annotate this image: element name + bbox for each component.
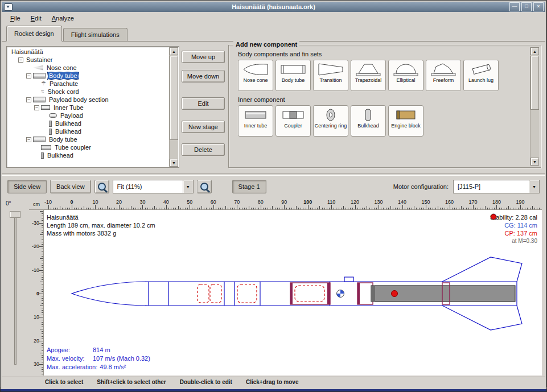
palette-item-label: Coupler [284,123,302,129]
nosecone-icon [242,62,269,77]
palette-row: Inner tubeCouplerCentering ringBulkheadE… [238,105,541,137]
palette-centering-ring[interactable]: Centering ring [313,105,348,137]
help-shift-click-to-select-other: Shift+click to select other [97,379,166,385]
action-buttons: Move upMove downEditNew stageDelete [182,42,225,156]
palette-coupler[interactable]: Coupler [275,105,311,137]
magnifier-icon [200,183,208,191]
palette-launch-lug[interactable]: Launch lug [463,60,499,91]
tree-scrollbar[interactable]: ▲ ▼ [169,47,178,167]
rocket-canvas[interactable]: Haisunäätä Length 189 cm, max. diameter … [44,210,542,376]
motor-configuration-value: [J115-P] [454,180,529,193]
stage-1-toggle[interactable]: Stage 1 [232,180,266,193]
stability-readout: Stability: 2.28 cal CG: 114 cm CP: 137 c… [490,213,537,245]
tab-rocket-design[interactable]: Rocket design [6,26,62,42]
menu-analyze[interactable]: Analyze [47,14,79,23]
scroll-thumb[interactable] [170,56,178,140]
tree-item-label: Payload [59,112,84,119]
payload-icon [49,113,57,118]
tab-flight-simulations[interactable]: Flight simulations [63,28,128,41]
tree-item-label: Nose cone [46,64,78,71]
palette-item-label: Nose cone [243,77,268,83]
tree-item-bulkhead[interactable]: Bulkhead [8,151,169,159]
ruler-label: 170 [466,199,480,205]
chevron-down-icon[interactable]: ▼ [183,180,193,193]
tree-item-payload-body-section[interactable]: −Payload body section [8,96,169,104]
coupler-icon [41,145,51,150]
palette-trapezoidal[interactable]: Trapezoidal [351,60,386,91]
ruler-label: 20 [29,338,39,344]
palette-inner-tube[interactable]: Inner tube [238,105,273,137]
expander-icon[interactable]: − [26,137,31,142]
cg-marker [337,290,344,298]
chevron-down-icon[interactable]: ▼ [529,180,539,193]
tree-item-tube-coupler[interactable]: Tube coupler [8,143,169,151]
groupbox-title: Add new component [233,41,299,48]
scroll-down-button[interactable]: ▼ [170,159,178,167]
expander-icon[interactable]: − [18,57,23,63]
view-toolbar: Side view Back view Fit (11%) ▼ Stage 1 … [2,177,545,196]
zoom-select[interactable]: Fit (11%) ▼ [113,180,194,193]
expander-icon[interactable]: − [26,97,31,102]
desktop-strip [1,389,547,392]
palette-item-label: Elliptical [396,77,415,83]
ruler-label: -20 [29,244,39,249]
scroll-thumb[interactable] [530,56,539,110]
mach-note: at M=0.30 [490,237,537,245]
ruler-label: 150 [419,199,433,205]
action-move-up[interactable]: Move up [182,51,225,63]
menu-file[interactable]: File [5,14,26,23]
expander-icon[interactable]: − [34,105,39,110]
palette-item-label: Transition [319,77,342,83]
zoom-in-button[interactable] [94,180,109,193]
tree-item-parachute[interactable]: ☂Parachute [8,80,169,88]
splitter[interactable] [2,174,545,176]
ruler-label: -30 [29,220,39,226]
maximize-button[interactable]: □ [521,2,532,11]
tree-item-payload[interactable]: Payload [8,112,169,119]
ruler-label: 0 [29,291,39,296]
stability-value: Stability: 2.28 cal [490,213,537,221]
scroll-up-button[interactable]: ▲ [170,47,178,55]
action-delete[interactable]: Delete [182,143,225,156]
palette-elliptical[interactable]: Elliptical [388,60,423,91]
palette-bulkhead[interactable]: Bulkhead [351,105,386,137]
action-move-down[interactable]: Move down [182,70,225,82]
tree-item-nose-cone[interactable]: Nose cone [8,64,169,72]
palette-item-label: Engine block [391,123,421,129]
zoom-out-button[interactable] [197,180,212,193]
scroll-up-button[interactable]: ▲ [530,47,539,55]
tree-item-shock-cord[interactable]: ≈Shock cord [8,88,169,96]
palette-freeform[interactable]: Freeform [426,60,461,91]
menu-edit[interactable]: Edit [26,14,47,23]
scroll-down-button[interactable]: ▼ [530,158,539,166]
tree-item-inner-tube[interactable]: −Inner Tube [8,104,169,112]
palette-engine-block[interactable]: Engine block [388,105,423,137]
action-edit[interactable]: Edit [182,97,225,110]
palette-scrollbar[interactable]: ▲ ▼ [530,47,539,166]
ruler-label: 140 [396,199,409,205]
ruler-unit-label: cm [29,199,44,210]
tree-item-sustainer[interactable]: −Sustainer [8,56,169,64]
motor-configuration-select[interactable]: [J115-P] ▼ [453,180,540,193]
ruler-label: 30 [29,361,39,367]
back-view-button[interactable]: Back view [50,180,91,193]
flight-stat-row: Max. acceleration:49.8 m/s² [47,363,150,372]
tree-item-body-tube[interactable]: −Body tube [8,72,169,80]
tree-item-haisun-t[interactable]: Haisunäätä [8,48,169,56]
tree-item-bulkhead[interactable]: Bulkhead [8,119,169,127]
side-view-button[interactable]: Side view [7,180,47,193]
palette-nose-cone[interactable]: Nose cone [238,60,273,91]
rotation-slider-track[interactable] [14,213,17,365]
expander-icon[interactable]: − [26,73,31,79]
palette-transition[interactable]: Transition [313,60,348,91]
flight-stat-label: Max. acceleration: [47,363,97,372]
tree-item-bulkhead[interactable]: Bulkhead [8,127,169,135]
coupler-icon [280,108,306,122]
tree-item-body-tube[interactable]: −Body tube [8,135,169,143]
palette-body-tube[interactable]: Body tube [275,60,311,91]
action-new-stage[interactable]: New stage [182,121,225,133]
rotation-slider-handle[interactable] [10,211,20,218]
title-bar[interactable]: Haisunäätä (haisunaata.ork) —□× [2,2,545,12]
close-button[interactable]: × [533,2,544,11]
minimize-button[interactable]: — [509,2,520,11]
